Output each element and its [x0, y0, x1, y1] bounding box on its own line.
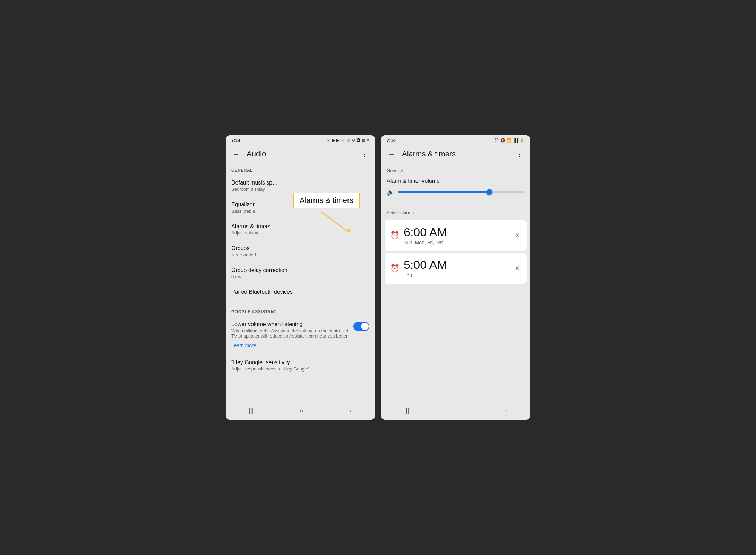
hey-google-sub: Adjust responsiveness to “Hey Google” — [231, 366, 369, 372]
menu-item-alarms-sub: Adjust volume — [231, 230, 369, 236]
left-phone: 7:14 👻 ▶ ▶ 👻 ☺ ⊖ 🖼 ▦ ∨ ← Audio ⋮ GENERAL — [226, 135, 375, 420]
menu-item-default-music-title: Default music sp… — [231, 180, 369, 186]
menu-item-groups-title: Groups — [231, 245, 369, 251]
right-divider — [381, 204, 530, 204]
mute-status-icon: 🔇 — [500, 138, 505, 143]
left-screen-title: Audio — [247, 150, 360, 159]
left-content: GENERAL Default music sp… Bedroom displa… — [226, 163, 375, 402]
right-status-icons: ⏰ 🔇 📶 ▐▐ 🔋 — [494, 138, 525, 143]
right-back-nav-button[interactable]: ‹ — [497, 404, 515, 417]
alarm-status-icon: ⏰ — [494, 138, 499, 143]
alarm-1-days: Sun, Mon, Fri, Sat — [404, 240, 447, 245]
snap2-icon: 👻 — [341, 138, 345, 143]
right-more-button[interactable]: ⋮ — [515, 148, 525, 160]
hey-google-title: “Hey Google” sensitivity — [231, 359, 369, 366]
menu-item-bluetooth[interactable]: Paired Bluetooth devices — [226, 284, 375, 300]
menu-item-group-delay[interactable]: Group delay correction 0 ms — [226, 262, 375, 284]
menu-item-alarms[interactable]: Alarms & timers Adjust volume — [226, 219, 375, 240]
yt2-icon: ▶ — [336, 138, 339, 143]
alarm-2-icon: ⏰ — [390, 264, 400, 273]
snap-icon: 👻 — [326, 138, 331, 143]
menu-item-equalizer-sub: Bass, treble — [231, 208, 369, 214]
volume-icon: 🔈 — [387, 188, 394, 196]
left-status-bar: 7:14 👻 ▶ ▶ 👻 ☺ ⊖ 🖼 ▦ ∨ — [226, 135, 375, 145]
left-top-bar: ← Audio ⋮ — [226, 145, 375, 163]
left-more-button[interactable]: ⋮ — [360, 148, 369, 160]
menu-item-group-delay-title: Group delay correction — [231, 267, 369, 273]
alarm-1-icon: ⏰ — [390, 231, 400, 240]
lower-volume-sub: When talking to the Assistant, the volum… — [231, 328, 349, 339]
alarm-card-2: ⏰ 5:00 AM Thu ✕ — [385, 253, 527, 283]
menu-item-group-delay-sub: 0 ms — [231, 274, 369, 279]
alarm-2-days: Thu — [404, 273, 447, 278]
minus-icon: ⊖ — [352, 138, 355, 143]
alarm-2-left: ⏰ 5:00 AM Thu — [390, 258, 447, 278]
left-bottom-nav: ||| ○ ‹ — [226, 402, 375, 420]
lower-volume-title: Lower volume when listening — [231, 321, 349, 327]
menu-item-equalizer-title: Equalizer — [231, 202, 369, 208]
wifi-status-icon: 📶 — [507, 138, 512, 143]
volume-slider-thumb[interactable] — [486, 189, 492, 195]
img-icon: 🖼 — [356, 138, 360, 142]
menu-item-alarms-title: Alarms & timers — [231, 223, 369, 230]
learn-more-link[interactable]: Learn more — [231, 341, 256, 350]
volume-slider-row: 🔈 — [387, 188, 525, 196]
menu-item-equalizer[interactable]: Equalizer Bass, treble — [226, 197, 375, 219]
right-bottom-nav: ||| ○ ‹ — [381, 402, 530, 420]
grid-icon: ▦ — [362, 138, 365, 143]
right-top-bar: ← Alarms & timers ⋮ — [381, 145, 530, 163]
face-icon: ☺ — [347, 138, 351, 142]
left-home-button[interactable]: ○ — [292, 404, 312, 417]
signal-status-icon: ▐▐ — [513, 138, 518, 142]
left-time: 7:14 — [231, 138, 240, 143]
left-status-icons: 👻 ▶ ▶ 👻 ☺ ⊖ 🖼 ▦ ∨ — [326, 138, 369, 143]
right-status-bar: 7:14 ⏰ 🔇 📶 ▐▐ 🔋 — [381, 135, 530, 145]
volume-label: Alarm & timer volume — [387, 178, 525, 184]
right-phone: 7:14 ⏰ 🔇 📶 ▐▐ 🔋 ← Alarms & timers ⋮ Gene… — [381, 135, 530, 420]
menu-item-default-music[interactable]: Default music sp… Bedroom display — [226, 175, 375, 197]
lower-volume-toggle[interactable] — [353, 322, 369, 331]
right-screen-title: Alarms & timers — [402, 150, 515, 159]
section-divider — [226, 302, 375, 302]
right-content: General Alarm & timer volume 🔈 Active al… — [381, 163, 530, 402]
left-back-nav-button[interactable]: ‹ — [341, 404, 360, 417]
menu-item-groups[interactable]: Groups None added — [226, 240, 375, 262]
alarm-2-time: 5:00 AM — [404, 258, 447, 271]
active-alarms-label: Active alarms — [381, 206, 530, 218]
chevron-icon: ∨ — [367, 138, 369, 143]
menu-item-default-music-sub: Bedroom display — [231, 187, 369, 192]
volume-slider-track[interactable] — [398, 191, 525, 193]
left-back-button[interactable]: ← — [231, 149, 241, 160]
left-recents-button[interactable]: ||| — [241, 404, 262, 417]
alarm-1-time: 6:00 AM — [404, 226, 447, 239]
alarm-2-info: 5:00 AM Thu — [404, 258, 447, 278]
battery-status-icon: 🔋 — [520, 138, 525, 143]
alarm-1-close-button[interactable]: ✕ — [513, 230, 521, 241]
alarm-2-close-button[interactable]: ✕ — [513, 263, 521, 274]
alarms-general-label: General — [381, 163, 530, 175]
right-time: 7:14 — [387, 138, 396, 143]
lower-volume-text: Lower volume when listening When talking… — [231, 321, 353, 350]
right-home-button[interactable]: ○ — [447, 404, 467, 417]
right-recents-button[interactable]: ||| — [396, 404, 418, 417]
menu-item-bluetooth-title: Paired Bluetooth devices — [231, 289, 369, 295]
google-assistant-section-header: GOOGLE ASSISTANT — [226, 305, 375, 316]
alarm-1-left: ⏰ 6:00 AM Sun, Mon, Fri, Sat — [390, 226, 447, 245]
yt-icon: ▶ — [332, 138, 335, 143]
menu-item-lower-volume[interactable]: Lower volume when listening When talking… — [226, 316, 375, 355]
volume-slider-fill — [398, 191, 489, 193]
alarm-card-1: ⏰ 6:00 AM Sun, Mon, Fri, Sat ✕ — [385, 220, 527, 251]
volume-section: Alarm & timer volume 🔈 — [381, 175, 530, 202]
menu-item-groups-sub: None added — [231, 252, 369, 257]
menu-item-hey-google[interactable]: “Hey Google” sensitivity Adjust responsi… — [226, 355, 375, 376]
right-back-button[interactable]: ← — [387, 149, 396, 160]
general-section-header: GENERAL — [226, 163, 375, 175]
alarm-1-info: 6:00 AM Sun, Mon, Fri, Sat — [404, 226, 447, 245]
toggle-knob — [361, 323, 369, 330]
